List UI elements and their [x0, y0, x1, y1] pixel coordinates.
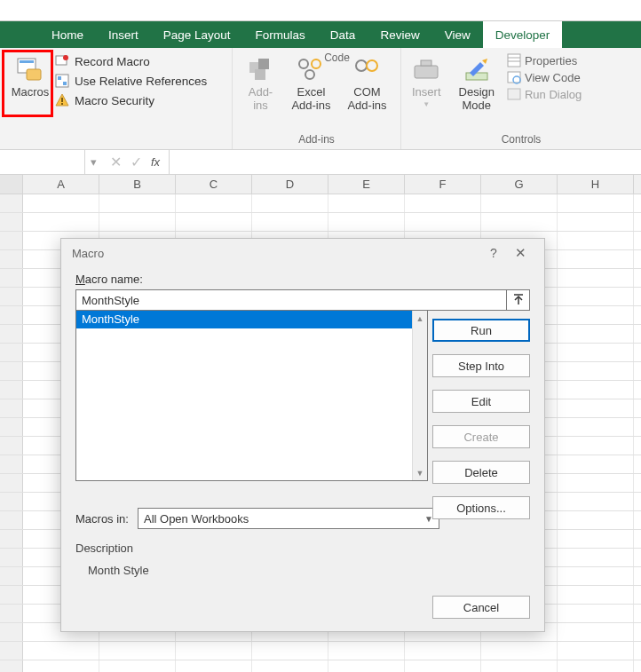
cell[interactable]	[558, 493, 634, 510]
col-header[interactable]: A	[23, 175, 99, 194]
cell[interactable]	[558, 306, 634, 324]
run-dialog-button[interactable]: Run Dialog	[507, 87, 582, 101]
cell[interactable]	[558, 250, 634, 268]
row-header[interactable]	[0, 530, 23, 548]
cell[interactable]	[405, 660, 481, 672]
grid-row[interactable]	[0, 194, 641, 213]
cell[interactable]	[481, 660, 558, 672]
tab-page-layout[interactable]: Page Layout	[151, 21, 243, 48]
tab-view[interactable]: View	[432, 21, 483, 48]
row-header[interactable]	[0, 586, 23, 604]
view-code-button[interactable]: View Code	[507, 70, 582, 84]
select-all-corner[interactable]	[0, 175, 23, 194]
col-header[interactable]: E	[328, 175, 405, 194]
macros-in-combo[interactable]: All Open Workbooks ▼	[138, 508, 439, 529]
cell[interactable]	[252, 213, 328, 231]
cell[interactable]	[558, 418, 634, 436]
cell[interactable]	[558, 381, 634, 399]
use-relative-refs-button[interactable]: Use Relative References	[55, 73, 207, 89]
row-header[interactable]	[0, 288, 23, 305]
scroll-down-icon[interactable]: ▼	[413, 465, 427, 480]
scroll-up-icon[interactable]: ▲	[413, 311, 427, 326]
cancel-entry-icon[interactable]: ✕	[110, 154, 122, 170]
tab-formulas[interactable]: Formulas	[243, 21, 318, 48]
row-header[interactable]	[0, 306, 23, 324]
grid-row[interactable]	[0, 642, 641, 660]
cell[interactable]	[558, 605, 634, 622]
row-header[interactable]	[0, 605, 23, 622]
cell[interactable]	[558, 232, 634, 249]
cell[interactable]	[558, 362, 634, 380]
grid-row[interactable]	[0, 213, 641, 232]
row-header[interactable]	[0, 455, 23, 473]
cell[interactable]	[405, 213, 481, 231]
cell[interactable]	[558, 530, 634, 548]
cell[interactable]	[99, 194, 176, 212]
row-header[interactable]	[0, 511, 23, 529]
cell[interactable]	[23, 194, 99, 212]
col-header[interactable]: H	[558, 175, 634, 194]
accept-entry-icon[interactable]: ✓	[131, 154, 142, 170]
cell[interactable]	[23, 660, 99, 672]
macro-list[interactable]: MonthStyle ▲ ▼	[75, 311, 428, 481]
cell[interactable]	[558, 344, 634, 361]
dialog-help-button[interactable]: ?	[480, 246, 507, 260]
row-header[interactable]	[0, 269, 23, 287]
cell[interactable]	[558, 586, 634, 604]
row-header[interactable]	[0, 381, 23, 399]
dialog-close-button[interactable]: ✕	[507, 245, 534, 261]
cell[interactable]	[481, 213, 558, 231]
col-header[interactable]: F	[405, 175, 481, 194]
row-header[interactable]	[0, 232, 23, 249]
cell[interactable]	[558, 567, 634, 585]
cell[interactable]	[558, 194, 634, 212]
col-header[interactable]: D	[252, 175, 328, 194]
col-header[interactable]: B	[99, 175, 176, 194]
tab-insert[interactable]: Insert	[96, 21, 151, 48]
cell[interactable]	[252, 642, 328, 660]
row-header[interactable]	[0, 213, 23, 231]
cell[interactable]	[99, 642, 176, 660]
cell[interactable]	[558, 549, 634, 566]
formula-input[interactable]	[170, 150, 641, 174]
macro-list-scrollbar[interactable]: ▲ ▼	[412, 311, 427, 480]
cell[interactable]	[558, 474, 634, 492]
row-header[interactable]	[0, 362, 23, 380]
macro-list-item[interactable]: MonthStyle	[76, 311, 427, 328]
row-header[interactable]	[0, 474, 23, 492]
cell[interactable]	[558, 660, 634, 672]
edit-button[interactable]: Edit	[432, 390, 530, 413]
cell[interactable]	[23, 642, 99, 660]
cell[interactable]	[23, 213, 99, 231]
cell[interactable]	[328, 194, 405, 212]
cell[interactable]	[558, 399, 634, 417]
cell[interactable]	[558, 437, 634, 455]
tab-review[interactable]: Review	[368, 21, 431, 48]
row-header[interactable]	[0, 437, 23, 455]
tab-home[interactable]: Home	[39, 21, 96, 48]
name-box[interactable]	[0, 150, 85, 174]
row-header[interactable]	[0, 194, 23, 212]
row-header[interactable]	[0, 642, 23, 660]
cell[interactable]	[481, 642, 558, 660]
cell[interactable]	[558, 623, 634, 641]
row-header[interactable]	[0, 250, 23, 268]
col-header[interactable]: G	[481, 175, 558, 194]
cell[interactable]	[558, 269, 634, 287]
name-box-dropdown[interactable]: ▾	[85, 150, 101, 174]
cell[interactable]	[481, 194, 558, 212]
cell[interactable]	[176, 660, 252, 672]
fx-icon[interactable]: fx	[151, 155, 160, 169]
run-button[interactable]: Run	[432, 319, 530, 342]
row-header[interactable]	[0, 549, 23, 566]
cell[interactable]	[176, 194, 252, 212]
options-button[interactable]: Options...	[432, 496, 530, 519]
cell[interactable]	[558, 455, 634, 473]
cell[interactable]	[558, 213, 634, 231]
cell[interactable]	[558, 325, 634, 343]
collapse-dialog-button[interactable]	[507, 289, 530, 311]
properties-button[interactable]: Properties	[507, 53, 582, 67]
row-header[interactable]	[0, 325, 23, 343]
row-header[interactable]	[0, 660, 23, 672]
design-mode-button[interactable]: Design Mode	[454, 51, 500, 131]
